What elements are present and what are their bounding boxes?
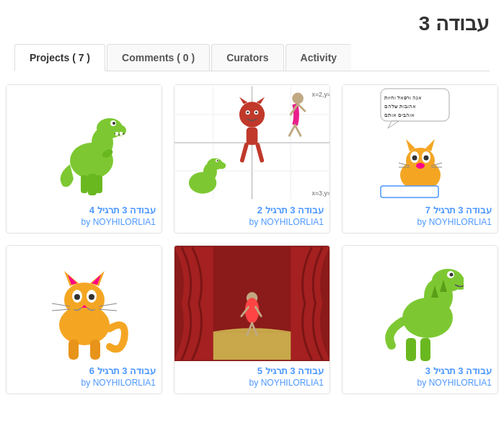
svg-point-49: [423, 156, 428, 161]
project-author: by NOYHILORLIA1: [180, 378, 324, 388]
svg-point-57: [64, 283, 105, 317]
tab-comments[interactable]: Comments ( 0 ): [107, 44, 210, 71]
project-author: by NOYHILORLIA1: [348, 378, 492, 388]
project-author: by NOYHILORLIA1: [12, 217, 156, 227]
svg-point-5: [112, 122, 115, 125]
project-title: עבודה 3 תרגיל 5: [180, 365, 324, 376]
project-author: by NOYHILORLIA1: [348, 217, 492, 227]
projects-grid: עבודה 3 תרגיל 4 by NOYHILORLIA1 x=2,y=3 …: [0, 71, 504, 400]
svg-rect-7: [120, 132, 123, 136]
svg-point-50: [416, 163, 425, 169]
project-title: עבודה 3 תרגיל 2: [180, 205, 324, 216]
page-header: עבודה 3 Projects ( 7 ) Comments ( 0 ) Cu…: [0, 0, 504, 71]
svg-point-43: [406, 148, 435, 174]
svg-point-26: [255, 112, 257, 114]
project-card[interactable]: עבודה 3 תרגיל 5 by NOYHILORLIA1: [174, 245, 330, 394]
svg-line-28: [242, 145, 247, 161]
svg-rect-72: [90, 339, 100, 360]
project-info: עבודה 3 תרגיל 6 by NOYHILORLIA1: [6, 361, 162, 394]
svg-rect-84: [406, 338, 416, 361]
tabs-bar: Projects ( 7 ) Comments ( 0 ) Curators A…: [14, 44, 490, 71]
tab-projects[interactable]: Projects ( 7 ): [14, 44, 105, 71]
project-thumbnail: [6, 246, 162, 361]
svg-rect-71: [68, 339, 79, 360]
svg-rect-27: [247, 128, 258, 145]
project-card[interactable]: עבודה 3 תרגיל 4 by NOYHILORLIA1: [6, 84, 162, 234]
tab-curators[interactable]: Curators: [211, 44, 283, 71]
svg-rect-83: [420, 338, 430, 361]
project-info: עבודה 3 תרגיל 2 by NOYHILORLIA1: [174, 200, 330, 233]
svg-marker-21: [239, 97, 248, 104]
project-title: עבודה 3 תרגיל 4: [12, 205, 156, 216]
project-title: עבודה 3 תרגיל 7: [348, 205, 492, 216]
svg-rect-9: [81, 175, 88, 193]
svg-marker-22: [256, 97, 265, 104]
svg-point-25: [247, 112, 249, 114]
svg-point-48: [412, 156, 417, 161]
svg-rect-10: [88, 174, 97, 195]
page-title: עבודה 3: [14, 12, 490, 35]
svg-rect-55: [381, 186, 438, 197]
svg-point-64: [74, 294, 80, 300]
project-title: עבודה 3 תרגיל 6: [12, 365, 156, 376]
svg-text:אנה ורפאל וחיות: אנה ורפאל וחיות: [384, 95, 422, 100]
project-thumbnail: אנה ורפאל וחיות אהובות שלהם אוהבים אותם: [342, 85, 498, 200]
project-card[interactable]: אנה ורפאל וחיות אהובות שלהם אוהבים אותם: [342, 84, 498, 234]
project-author: by NOYHILORLIA1: [12, 378, 156, 388]
svg-text:אהובות שלהם: אהובות שלהם: [384, 104, 416, 109]
project-card[interactable]: x=2,y=3 x=3,y=-3: [174, 84, 330, 234]
project-title: עבודה 3 תרגיל 3: [348, 365, 492, 376]
svg-point-82: [449, 273, 453, 277]
svg-marker-38: [388, 121, 399, 128]
svg-point-65: [89, 294, 94, 300]
project-author: by NOYHILORLIA1: [180, 217, 324, 227]
svg-text:x=3,y=-3: x=3,y=-3: [312, 190, 330, 197]
project-card[interactable]: עבודה 3 תרגיל 6 by NOYHILORLIA1: [6, 245, 162, 394]
svg-point-33: [217, 162, 226, 169]
project-thumbnail: x=2,y=3 x=3,y=-3: [174, 85, 330, 200]
project-info: עבודה 3 תרגיל 4 by NOYHILORLIA1: [6, 200, 162, 233]
svg-rect-74: [213, 332, 291, 360]
project-thumbnail: [6, 85, 162, 200]
tab-activity[interactable]: Activity: [286, 44, 352, 71]
project-info: עבודה 3 תרגיל 5 by NOYHILORLIA1: [174, 361, 330, 394]
svg-point-36: [292, 93, 304, 105]
svg-point-35: [217, 160, 218, 161]
svg-text:אוהבים אותם: אוהבים אותם: [384, 112, 415, 117]
project-info: עבודה 3 תרגיל 3 by NOYHILORLIA1: [342, 361, 498, 394]
svg-text:x=2,y=3: x=2,y=3: [312, 91, 330, 98]
svg-line-29: [257, 145, 262, 161]
svg-point-20: [239, 102, 265, 127]
project-thumbnail: [342, 246, 498, 361]
svg-rect-6: [115, 132, 118, 136]
project-thumbnail: [174, 246, 330, 361]
project-card[interactable]: עבודה 3 תרגיל 3 by NOYHILORLIA1: [342, 245, 498, 394]
project-info: עבודה 3 תרגיל 7 by NOYHILORLIA1: [342, 200, 498, 233]
